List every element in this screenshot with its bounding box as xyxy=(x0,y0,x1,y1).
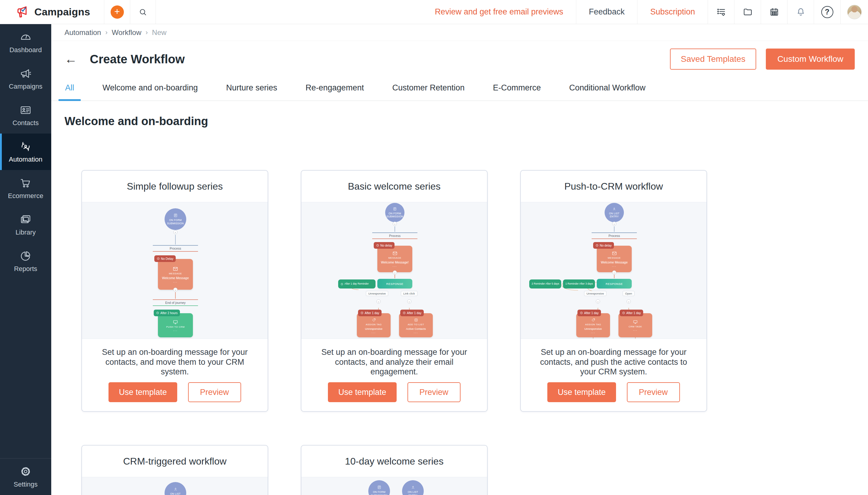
breadcrumb-workflow[interactable]: Workflow xyxy=(112,28,141,37)
activity-list-button[interactable] xyxy=(708,0,734,24)
connector-dot: ⌄ xyxy=(612,222,617,226)
sidebar-item-ecommerce[interactable]: Ecommerce xyxy=(0,170,51,206)
saved-templates-button[interactable]: Saved Templates xyxy=(670,49,756,70)
feedback-link[interactable]: Feedback xyxy=(576,0,638,24)
main-content: Automation › Workflow › New ← Create Wor… xyxy=(51,24,868,495)
message-node: Message Welcome Message ... xyxy=(597,246,632,272)
reminder-badge: After 1 day Reminder xyxy=(338,279,376,289)
sidebar-item-label: Reports xyxy=(14,265,37,273)
tab-customer-retention[interactable]: Customer Retention xyxy=(392,81,465,100)
back-button[interactable]: ← xyxy=(65,53,77,65)
person-icon xyxy=(174,487,177,491)
use-template-button[interactable]: Use template xyxy=(108,382,177,402)
card-title: Basic welcome series xyxy=(301,171,487,202)
delay-badge: No delay xyxy=(374,242,395,249)
help-button[interactable]: ? xyxy=(814,0,840,24)
branch-label-open: Open xyxy=(623,291,635,296)
tab-e-commerce[interactable]: E-Commerce xyxy=(492,81,542,100)
card-description: Set up an on-boarding message for your c… xyxy=(521,339,707,382)
delay-badge: No Delay xyxy=(154,255,176,262)
clock-icon xyxy=(376,244,379,247)
help-icon: ? xyxy=(821,6,833,18)
tag-icon xyxy=(591,318,595,322)
breadcrumb: Automation › Workflow › New xyxy=(51,24,868,41)
connector-dot: ⌄ xyxy=(173,288,177,292)
workflow-diagram-thumbnail: On List Entry ⌄ Process No delay Message… xyxy=(521,202,707,339)
use-template-button[interactable]: Use template xyxy=(328,382,396,402)
message-node: Message Welcome Message! ... xyxy=(377,246,412,272)
create-new-button[interactable]: + xyxy=(110,5,124,19)
sidebar-item-label: Ecommerce xyxy=(8,192,43,200)
process-divider: Process xyxy=(153,245,198,252)
tab-nurture-series[interactable]: Nurture series xyxy=(225,81,278,100)
campaigns-logo-icon xyxy=(16,5,30,19)
delay-badge: After 1 day xyxy=(577,310,601,316)
search-button[interactable] xyxy=(130,0,156,24)
use-template-button[interactable]: Use template xyxy=(547,382,616,402)
crm-task-node: CRM Task ... xyxy=(619,313,652,337)
workflow-diagram-thumbnail: On Form Submission On List Entry xyxy=(301,477,487,495)
contacts-card-icon xyxy=(20,104,32,116)
clock-icon xyxy=(580,311,583,314)
sidebar-item-campaigns[interactable]: Campaigns xyxy=(0,61,51,97)
user-menu[interactable] xyxy=(840,0,868,24)
brand-name: Campaigns xyxy=(34,6,90,18)
template-card-crm-triggered: CRM-triggered workflow On List Entry Use… xyxy=(81,445,268,495)
tab-re-engagement[interactable]: Re-engagement xyxy=(305,81,365,100)
sidebar-item-automation[interactable]: Automation xyxy=(0,134,51,170)
delay-badge: No delay xyxy=(593,242,614,249)
tab-conditional-workflow[interactable]: Conditional Workflow xyxy=(569,81,646,100)
list-heart-icon xyxy=(716,7,726,17)
breadcrumb-automation[interactable]: Automation xyxy=(65,28,101,37)
template-card-simple-followup: Simple followup series On Form Submissio… xyxy=(81,170,268,412)
push-to-crm-node: Push to CRM ... xyxy=(158,313,193,337)
clock-icon xyxy=(622,311,625,314)
card-description: Set up an on-boarding message for your c… xyxy=(301,339,487,382)
preview-button[interactable]: Preview xyxy=(627,382,680,402)
card-description: Set up an on-boarding message for your c… xyxy=(82,339,267,382)
delay-badge: After 1 day xyxy=(620,310,643,316)
connector-dot: ⌄ xyxy=(596,300,600,304)
custom-workflow-button[interactable]: Custom Workflow xyxy=(766,49,855,70)
list-icon xyxy=(414,318,418,322)
trigger-node: On Form Submission xyxy=(368,480,390,495)
template-card-basic-welcome: Basic welcome series On Form Submission … xyxy=(301,170,488,412)
connector-dot: ⌄ xyxy=(612,270,617,275)
sidebar-item-contacts[interactable]: Contacts xyxy=(0,97,51,134)
sidebar-item-label: Library xyxy=(15,228,36,236)
form-icon xyxy=(174,214,177,217)
tab-all[interactable]: All xyxy=(65,81,75,100)
sidebar-item-label: Campaigns xyxy=(9,83,42,90)
avatar xyxy=(847,5,862,19)
tab-welcome-onboarding[interactable]: Welcome and on-boarding xyxy=(102,81,198,100)
assign-tag-node: Assign Tag Unresponsive ... xyxy=(576,313,610,337)
assign-tag-node: Assign Tag Unresponsive ... xyxy=(357,313,390,337)
preview-button[interactable]: Preview xyxy=(188,382,241,402)
connector-dot: ⌄ xyxy=(393,270,397,275)
subscription-link[interactable]: Subscription xyxy=(637,0,708,24)
card-title: CRM-triggered workflow xyxy=(82,446,267,477)
calendar-button[interactable] xyxy=(761,0,787,24)
template-cards-grid: Simple followup series On Form Submissio… xyxy=(51,128,775,495)
sidebar-item-library[interactable]: Library xyxy=(0,206,51,243)
envelope-icon xyxy=(612,252,617,255)
clock-icon xyxy=(157,257,160,260)
card-title: 10-day welcome series xyxy=(301,446,487,477)
page-title-row: ← Create Workflow Saved Templates Custom… xyxy=(51,41,868,77)
category-tabs: All Welcome and on-boarding Nurture seri… xyxy=(51,77,868,101)
sidebar-item-label: Automation xyxy=(9,156,42,164)
section-title: Welcome and on-boarding xyxy=(51,101,868,128)
app-logo[interactable]: Campaigns xyxy=(0,0,104,24)
review-email-previews-link[interactable]: Review and get free email previews xyxy=(422,0,576,24)
preview-button[interactable]: Preview xyxy=(407,382,461,402)
connector-dot: ⌄ xyxy=(393,222,397,226)
notifications-button[interactable] xyxy=(787,0,814,24)
trigger-node: On List Entry xyxy=(164,482,186,495)
folders-button[interactable] xyxy=(734,0,761,24)
message-node: Message Welcome Message ... xyxy=(158,259,193,290)
response-node: Response xyxy=(377,279,412,289)
sidebar-item-settings[interactable]: Settings xyxy=(0,458,51,495)
sidebar-item-dashboard[interactable]: Dashboard xyxy=(0,24,51,61)
sidebar-item-reports[interactable]: Reports xyxy=(0,243,51,279)
megaphone-icon xyxy=(20,68,32,80)
